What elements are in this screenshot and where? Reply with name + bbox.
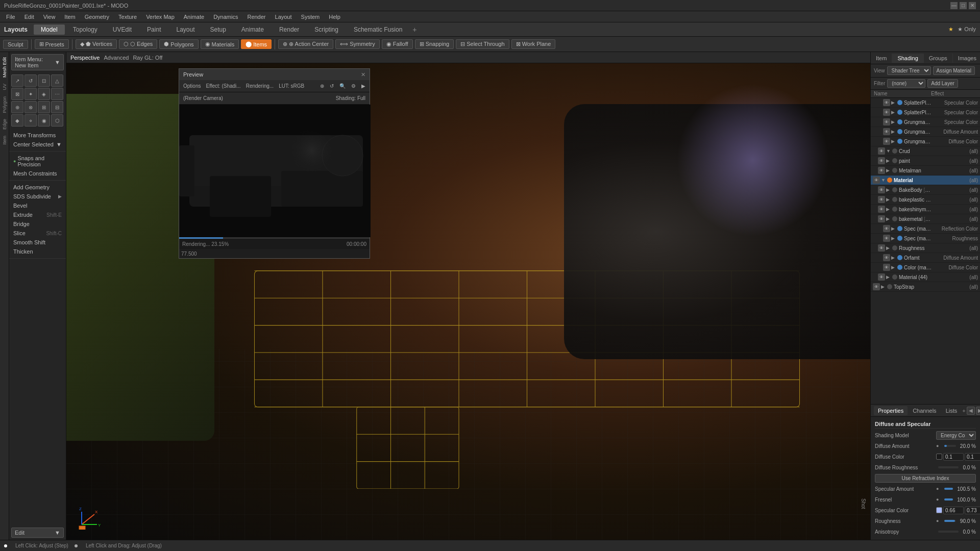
tool-icon-8[interactable]: ⋯	[51, 88, 63, 100]
mode-tab-layout[interactable]: Layout	[169, 24, 202, 35]
shader-item-2[interactable]: 👁 ▶ Grungmaps0136_.... Specular Color	[871, 117, 980, 127]
menu-edit[interactable]: Edit	[20, 13, 38, 21]
shader-item-19[interactable]: 👁 ▶ TopStrap (all)	[871, 282, 980, 292]
work-plane-btn[interactable]: ⊠ Work Plane	[511, 39, 556, 49]
expand-icon-8[interactable]: ▼	[881, 178, 886, 183]
expand-icon-14[interactable]: ▶	[891, 236, 896, 241]
shader-item-8[interactable]: 👁 ▼ Material (all)	[871, 176, 980, 185]
vis-icon-17[interactable]: 👁	[883, 264, 890, 271]
vis-icon-7[interactable]: 👁	[878, 167, 885, 174]
preview-close-btn[interactable]: ✕	[361, 71, 365, 78]
specular-amount-slider[interactable]	[944, 488, 953, 490]
rpanel-tab-groups[interactable]: Groups	[924, 54, 953, 63]
preview-icon-refresh[interactable]: ↺	[328, 83, 336, 89]
center-selected-item[interactable]: Center Selected ▼	[9, 140, 66, 149]
tool-icon-4[interactable]: △	[51, 74, 63, 87]
menu-animate[interactable]: Animate	[180, 13, 208, 21]
materials-btn[interactable]: ◉ Materials	[201, 39, 239, 49]
shader-item-0[interactable]: 👁 ▶ SplatterPlastic001.... Specular Colo…	[871, 98, 980, 108]
vis-icon-8[interactable]: 👁	[873, 177, 880, 184]
shader-item-4[interactable]: 👁 ▶ Grungmaps0136_.... Diffuse Color	[871, 137, 980, 146]
mode-tab-model[interactable]: Model	[34, 24, 65, 35]
vis-icon-13[interactable]: 👁	[883, 225, 890, 232]
tool-icon-12[interactable]: ⊟	[51, 101, 63, 113]
fresnel-slider[interactable]	[944, 498, 953, 500]
expand-icon-18[interactable]: ▶	[886, 274, 891, 280]
expand-icon-17[interactable]: ▶	[891, 265, 896, 270]
use-refractive-btn[interactable]: Use Refractive Index	[875, 474, 976, 483]
items-btn[interactable]: ⬤ Items	[241, 39, 272, 49]
mode-tab-setup[interactable]: Setup	[203, 24, 233, 35]
props-tab-lists[interactable]: Lists	[942, 406, 962, 415]
preview-icon-zoom[interactable]: 🔍	[337, 83, 348, 89]
extrude-item[interactable]: Extrude Shift-E	[9, 210, 66, 219]
tool-icon-13[interactable]: ◆	[11, 114, 23, 127]
filter-dropdown[interactable]: (none)	[887, 79, 925, 88]
expand-icon-0[interactable]: ▶	[891, 100, 896, 105]
preview-options-btn[interactable]: Options	[181, 83, 203, 89]
mode-tab-animate[interactable]: Animate	[234, 24, 271, 35]
preview-rendering-btn[interactable]: Rendering...	[244, 83, 276, 89]
preview-shading-label[interactable]: Shading: Full	[334, 95, 368, 102]
vis-icon-12[interactable]: 👁	[878, 215, 885, 222]
expand-icon-11[interactable]: ▶	[886, 207, 891, 212]
shader-item-15[interactable]: 👁 ▶ Roughness (all)	[871, 243, 980, 253]
expand-icon-4[interactable]: ▶	[891, 139, 896, 144]
advanced-label[interactable]: Advanced	[104, 55, 129, 61]
maximize-btn[interactable]: □	[960, 2, 967, 9]
shader-item-9[interactable]: 👁 ▶ BakeBody [Material] (all)	[871, 185, 980, 195]
ray-gl-label[interactable]: Ray GL: Off	[133, 55, 162, 61]
expand-icon-5[interactable]: ▼	[886, 148, 891, 154]
preview-icon-more[interactable]: ▶	[359, 83, 368, 89]
tool-icon-16[interactable]: ⬡	[51, 114, 63, 127]
shader-item-6[interactable]: 👁 ▶ paint (all)	[871, 156, 980, 166]
diffuse-color-swatch[interactable]	[936, 454, 942, 460]
vis-icon-0[interactable]: 👁	[883, 99, 890, 106]
vis-icon-3[interactable]: 👁	[883, 128, 890, 135]
expand-icon-9[interactable]: ▶	[886, 187, 891, 192]
menu-vertexmap[interactable]: Vertex Map	[142, 13, 179, 21]
shader-item-3[interactable]: 👁 ▶ Grungmaps0136_.... Diffuse Amount	[871, 127, 980, 137]
expand-icon-2[interactable]: ▶	[891, 119, 896, 124]
sculpt-btn[interactable]: Sculpt	[3, 40, 28, 49]
menu-layout[interactable]: Layout	[271, 13, 296, 21]
rpanel-tab-images[interactable]: Images	[953, 54, 980, 63]
vis-icon-11[interactable]: 👁	[878, 206, 885, 213]
vert-tab-item[interactable]: Item	[1, 133, 8, 148]
more-transforms-item[interactable]: More Transforms	[9, 131, 66, 140]
preview-effect-btn[interactable]: Effect: (Shadi...	[204, 83, 242, 89]
vis-icon-19[interactable]: 👁	[873, 283, 880, 290]
vis-icon-16[interactable]: 👁	[883, 254, 890, 261]
vis-icon-1[interactable]: 👁	[883, 109, 890, 116]
shader-item-18[interactable]: 👁 ▶ Material (44) (all)	[871, 272, 980, 282]
add-layout-btn[interactable]: +	[412, 26, 416, 34]
tool-icon-7[interactable]: ◈	[38, 88, 50, 100]
vis-icon-2[interactable]: 👁	[883, 118, 890, 126]
menu-view[interactable]: View	[39, 13, 60, 21]
expand-icon-10[interactable]: ▶	[886, 197, 891, 202]
menu-system[interactable]: System	[297, 13, 324, 21]
only-label[interactable]: ★ Only	[958, 26, 976, 33]
preview-icon-camera[interactable]: ⊕	[318, 83, 326, 89]
menu-dynamics[interactable]: Dynamics	[209, 13, 242, 21]
diffuse-roughness-slider[interactable]	[938, 466, 959, 468]
polygons-btn[interactable]: ⬢ Polygons	[159, 39, 198, 49]
select-through-btn[interactable]: ⊟ Select Through	[456, 39, 509, 49]
rpanel-tab-shading[interactable]: Shading	[892, 54, 923, 63]
bridge-item[interactable]: Bridge	[9, 219, 66, 229]
falloff-btn[interactable]: ◉ Falloff	[382, 39, 413, 49]
shader-item-11[interactable]: 👁 ▶ bakeshinymetal [Material] (all)	[871, 205, 980, 214]
expand-icon-6[interactable]: ▶	[886, 158, 891, 163]
bevel-item[interactable]: Bevel	[9, 201, 66, 210]
smooth-shift-item[interactable]: Smooth Shift	[9, 238, 66, 247]
minimize-btn[interactable]: —	[950, 2, 958, 9]
vert-tab-edge[interactable]: Edge	[1, 116, 8, 133]
vis-icon-15[interactable]: 👁	[878, 244, 885, 252]
tool-icon-14[interactable]: ⋄	[24, 114, 37, 127]
preview-lut-btn[interactable]: LUT: sRGB	[277, 83, 306, 89]
expand-icon-12[interactable]: ▶	[886, 216, 891, 221]
menu-texture[interactable]: Texture	[114, 13, 141, 21]
rpanel-tab-item[interactable]: Item	[871, 54, 892, 63]
presets-btn[interactable]: ⊞ Presets	[35, 39, 69, 49]
vis-icon-5[interactable]: 👁	[878, 147, 885, 155]
